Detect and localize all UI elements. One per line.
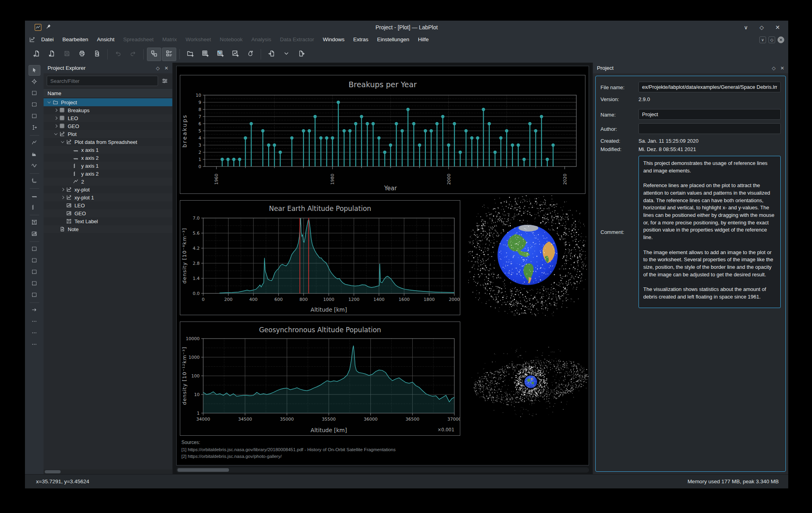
dock-close-icon[interactable]: ✕ (780, 65, 784, 71)
box-zoom-x-button[interactable] (29, 100, 40, 110)
project-explorer-header[interactable]: Project Explorer ◇ ✕ (44, 63, 172, 73)
shift-x-button[interactable] (29, 123, 40, 133)
print-button[interactable] (75, 48, 89, 61)
color-maps-button[interactable] (243, 48, 257, 61)
new-matrix-button[interactable] (213, 48, 227, 61)
tree-item-text-label[interactable]: Text Label (44, 217, 172, 225)
author-field[interactable] (639, 123, 781, 134)
arrow-element-button[interactable] (29, 305, 40, 316)
histogram-button[interactable] (29, 149, 40, 160)
maximize-icon[interactable]: ◇ (758, 24, 765, 31)
new-spreadsheet-button[interactable] (198, 48, 212, 61)
plot-breakups-per-year[interactable]: Breakups per Year01234567891019601980200… (180, 75, 585, 194)
tree-expand-icon[interactable] (59, 141, 66, 143)
close-icon[interactable]: ✕ (774, 24, 781, 31)
dots-3-button[interactable] (29, 339, 40, 350)
axis-horizontal-button[interactable] (29, 191, 40, 201)
minimize-icon[interactable]: ∨ (742, 24, 749, 31)
mdi-minimize-icon[interactable]: ∨ (759, 36, 766, 43)
tree-expand-icon[interactable] (53, 109, 59, 111)
tree-item-plot-data-from-spreadsheet[interactable]: Plot data from Spreadsheet (44, 138, 172, 146)
tree-expand-icon[interactable] (53, 125, 59, 127)
menu-item-ansicht[interactable]: Ansicht (93, 34, 119, 46)
name-field[interactable] (639, 109, 781, 120)
tree-item-project[interactable]: Project (44, 98, 172, 106)
dock-close-icon[interactable]: ✕ (164, 65, 168, 71)
menu-item-bearbeiten[interactable]: Bearbeiten (58, 34, 93, 46)
box-zoom-button[interactable] (29, 88, 40, 99)
tree-expand-icon[interactable] (59, 188, 66, 191)
import-menu-chevron-button[interactable] (279, 48, 294, 61)
comment-field[interactable]: This project demonstrates the usage of r… (639, 156, 781, 308)
tree-item-geo[interactable]: GEO (44, 209, 172, 217)
file-name-field[interactable] (639, 82, 781, 92)
dock-float-icon[interactable]: ◇ (772, 65, 776, 71)
axis-button[interactable] (29, 176, 40, 186)
tree-item-breakups[interactable]: Breakups (44, 106, 172, 114)
sources-text-label[interactable]: Sources: [1] https://orbitaldebris.jsc.n… (181, 439, 482, 460)
box-zoom-y-button[interactable] (29, 111, 40, 122)
leo-debris-image[interactable] (468, 195, 587, 317)
tree-item-y-axis-1[interactable]: y axis 1 (44, 162, 172, 170)
properties-header[interactable]: Project ◇ ✕ (593, 63, 788, 73)
tree-item-xy-plot[interactable]: xy-plot (44, 186, 172, 193)
tree-item-2[interactable]: 2 (44, 178, 172, 186)
box-dashed-5-button[interactable] (29, 290, 40, 301)
dots-1-button[interactable] (29, 316, 40, 327)
tree-item-geo[interactable]: GEO (44, 122, 172, 130)
print-preview-button[interactable] (90, 48, 104, 61)
tree-column-header[interactable]: Name (44, 88, 172, 98)
worksheet-canvas[interactable]: Breakups per Year01234567891019601980200… (176, 66, 589, 465)
plot-near-earth-altitude[interactable]: Near Earth Altitude Population0.01.42.84… (180, 200, 460, 315)
text-label-button[interactable] (29, 217, 40, 228)
tree-item-x-axis-1[interactable]: x axis 1 (44, 146, 172, 154)
box-dashed-1-button[interactable] (29, 244, 40, 255)
tree-expand-icon[interactable] (53, 117, 59, 119)
axis-vertical-button[interactable] (29, 202, 40, 213)
pin-icon[interactable] (46, 24, 51, 31)
box-dashed-4-button[interactable] (29, 278, 40, 289)
tree-item-leo[interactable]: LEO (44, 114, 172, 122)
worksheet-scrollbar[interactable] (176, 467, 589, 473)
tree-expand-icon[interactable] (53, 133, 59, 135)
image-element-button[interactable] (29, 229, 40, 239)
fourier-filter-button[interactable] (29, 161, 40, 171)
new-workbook-button[interactable] (183, 48, 197, 61)
tree-expand-icon[interactable] (46, 101, 52, 103)
menu-item-datei[interactable]: Datei (37, 34, 58, 46)
explorer-scrollbar-handle[interactable] (45, 470, 61, 473)
mdi-restore-icon[interactable]: ◇ (768, 36, 775, 43)
worksheet-scrollbar-handle[interactable] (177, 468, 229, 472)
select-cursor-button[interactable] (29, 65, 40, 76)
menu-item-extras[interactable]: Extras (349, 34, 373, 46)
tree-expand-icon[interactable] (59, 196, 66, 199)
tree-item-x-axis-2[interactable]: x axis 2 (44, 154, 172, 162)
box-dashed-2-button[interactable] (29, 255, 40, 266)
geo-debris-image[interactable] (471, 323, 589, 442)
menu-item-hilfe[interactable]: Hilfe (414, 34, 433, 46)
tree-item-xy-plot-1[interactable]: xy-plot 1 (44, 193, 172, 201)
filter-options-icon[interactable] (160, 78, 169, 84)
tree-item-leo[interactable]: LEO (44, 201, 172, 209)
titlebar[interactable]: Project - [Plot] — LabPlot ∨ ◇ ✕ (25, 21, 788, 34)
import-button[interactable] (264, 48, 278, 61)
tree-item-note[interactable]: Note (44, 225, 172, 233)
menu-item-einstellungen[interactable]: Einstellungen (373, 34, 414, 46)
toggle-properties-explorer-button[interactable] (162, 48, 176, 61)
tree-item-plot[interactable]: Plot (44, 130, 172, 138)
new-worksheet-button[interactable] (228, 48, 242, 61)
export-button[interactable] (294, 48, 309, 61)
new-project-button[interactable] (30, 48, 44, 61)
xy-curve-button[interactable] (29, 138, 40, 148)
dots-2-button[interactable] (29, 328, 40, 339)
menu-item-windows[interactable]: Windows (318, 34, 349, 46)
tree-item-y-axis-2[interactable]: y axis 2 (44, 170, 172, 178)
open-project-button[interactable] (45, 48, 59, 61)
crosshair-button[interactable] (29, 77, 40, 87)
plot-geosynchronous-altitude[interactable]: Geosynchronous Altitude Population110100… (180, 322, 460, 436)
box-dashed-3-button[interactable] (29, 267, 40, 278)
mdi-close-icon[interactable]: ✕ (778, 36, 784, 43)
dock-float-icon[interactable]: ◇ (156, 65, 160, 71)
toggle-project-explorer-button[interactable] (147, 48, 161, 61)
search-input[interactable] (47, 76, 158, 86)
